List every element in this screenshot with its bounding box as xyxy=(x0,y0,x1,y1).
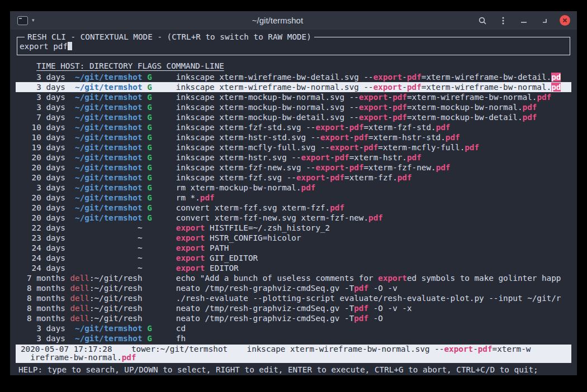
row-time: 3 days xyxy=(27,82,65,92)
row-host-directory: ~/git/termshot xyxy=(70,213,142,223)
row-flags: G xyxy=(147,333,171,343)
row-time: 20 days xyxy=(27,173,65,183)
history-row[interactable]: 20 days~/git/termshotGconvert xterm-fzf.… xyxy=(16,203,571,213)
row-time: 19 days xyxy=(27,142,65,152)
row-command: inkscape xterm-mockup-bw-normal.svg --ex… xyxy=(176,92,571,102)
row-host-directory: ~/git/termshot xyxy=(70,162,142,173)
history-row[interactable]: 22 days~export HISTFILE=~/.zsh_history_2 xyxy=(16,223,571,233)
row-host-directory: ~/git/termshot xyxy=(70,173,142,183)
history-row[interactable]: 3 days~/git/termshotGfh xyxy=(16,333,571,343)
row-command: export GIT_EDITOR xyxy=(176,253,571,263)
row-command: inkscape xterm-fzf-std.svg --export-pdf=… xyxy=(176,122,571,132)
row-command: inkscape xterm-mcfly-full.svg --export-p… xyxy=(176,142,571,152)
row-command: inkscape xterm-hstr.svg --export-pdf=xte… xyxy=(176,152,571,162)
row-time: 23 days xyxy=(27,233,65,243)
row-host-directory: dell:~/git/resh xyxy=(70,313,142,323)
history-row[interactable]: 20 days~/git/termshotGconvert xterm-fzf-… xyxy=(16,213,571,223)
history-row[interactable]: 3 days~/git/termshotGinkscape xterm-wire… xyxy=(16,72,571,82)
history-row[interactable]: 23 days~export HSTR_CONFIG=hicolor xyxy=(16,233,571,243)
row-flags: G xyxy=(147,323,171,333)
row-host-directory: ~/git/termshot xyxy=(70,132,142,142)
history-row[interactable]: 19 days~/git/termshotGinkscape xterm-mcf… xyxy=(16,142,571,152)
row-host-directory: ~/git/termshot xyxy=(70,323,142,333)
row-command: ./resh-evaluate --plotting-script evalua… xyxy=(176,293,571,303)
row-flags: G xyxy=(147,173,171,183)
search-box-title: RESH CLI - CONTEXTUAL MODE - (CTRL+R to … xyxy=(25,32,314,42)
history-row[interactable]: 8 monthsdell:~/git/reshneato /tmp/resh-g… xyxy=(16,313,571,323)
row-time: 3 days xyxy=(27,72,65,82)
row-time: 3 days xyxy=(27,333,65,343)
row-time: 7 months xyxy=(27,273,65,283)
app-menu-button[interactable] xyxy=(17,15,28,26)
history-row[interactable]: 7 days~/git/termshotGinkscape xterm-mock… xyxy=(16,112,571,122)
search-box[interactable]: RESH CLI - CONTEXTUAL MODE - (CTRL+R to … xyxy=(17,37,570,55)
row-host-directory: ~ xyxy=(70,253,142,263)
row-command: inkscape xterm-hstr-std.svg --export-pdf… xyxy=(176,132,571,142)
row-time: 24 days xyxy=(27,243,65,253)
row-time: 8 months xyxy=(27,313,65,323)
history-row[interactable]: 3 days~/git/termshotGinkscape xterm-mock… xyxy=(16,102,571,112)
row-host-directory: dell:~/git/resh xyxy=(70,303,142,313)
help-bar: HELP: type to search, UP/DOWN to select,… xyxy=(18,365,577,375)
history-row[interactable]: 24 days~export PATH xyxy=(16,243,571,253)
row-host-directory: ~/git/termshot xyxy=(70,112,142,122)
status-line-2: ireframe-bw-normal.pdf xyxy=(21,353,571,362)
history-row-selected[interactable]: 3 days~/git/termshotGinkscape xterm-wire… xyxy=(16,82,571,92)
row-command: inkscape xterm-fzf-new.svg --export-pdf=… xyxy=(176,162,571,173)
close-button[interactable] xyxy=(560,15,570,26)
row-host-directory: ~/git/termshot xyxy=(70,122,142,132)
row-flags xyxy=(147,293,171,303)
row-flags: G xyxy=(147,183,171,193)
row-command: echo "Add a bunch of useless comments fo… xyxy=(176,273,571,283)
history-row[interactable]: 3 days~/git/termshotGinkscape xterm-mock… xyxy=(16,92,571,102)
history-row[interactable]: 24 days~export EDITOR xyxy=(16,263,571,273)
text-cursor-block xyxy=(68,42,72,50)
history-row[interactable]: 8 monthsdell:~/git/resh./resh-evaluate -… xyxy=(16,293,571,303)
history-row[interactable]: 7 monthsdell:~/git/reshecho "Add a bunch… xyxy=(16,273,571,283)
maximize-button[interactable] xyxy=(539,15,550,26)
row-flags: G xyxy=(147,152,171,162)
row-time: 20 days xyxy=(27,203,65,213)
row-flags: G xyxy=(147,132,171,142)
row-flags: G xyxy=(147,72,171,82)
dropdown-caret-icon[interactable]: ▾ xyxy=(32,18,35,23)
row-host-directory: ~ xyxy=(70,223,142,233)
history-row[interactable]: 10 days~/git/termshotGinkscape xterm-hst… xyxy=(16,132,571,142)
row-host-directory: dell:~/git/resh xyxy=(70,283,142,293)
row-flags: G xyxy=(147,213,171,223)
row-time: 3 days xyxy=(27,323,65,333)
history-row[interactable]: 3 days~/git/termshotGcd xyxy=(16,323,571,333)
history-row[interactable]: 20 days~/git/termshotGinkscape xterm-hst… xyxy=(16,152,571,162)
row-time: 7 days xyxy=(27,112,65,122)
minimize-button[interactable] xyxy=(518,15,529,26)
row-host-directory: ~/git/termshot xyxy=(70,82,142,92)
row-flags xyxy=(147,303,171,313)
history-row[interactable]: 8 monthsdell:~/git/reshneato /tmp/resh-g… xyxy=(16,303,571,313)
row-flags: G xyxy=(147,193,171,203)
history-row[interactable]: 10 days~/git/termshotGinkscape xterm-fzf… xyxy=(16,122,571,132)
history-row[interactable]: 20 days~/git/termshotGinkscape xterm-fzf… xyxy=(16,162,571,173)
row-time: 8 months xyxy=(27,303,65,313)
row-host-directory: ~/git/termshot xyxy=(70,92,142,102)
row-host-directory: ~ xyxy=(70,233,142,243)
row-time: 20 days xyxy=(27,193,65,203)
terminal-app-icon xyxy=(17,16,28,25)
history-row[interactable]: 8 monthsdell:~/git/reshneato /tmp/resh-g… xyxy=(16,283,571,293)
row-flags: G xyxy=(147,112,171,122)
row-command: inkscape xterm-mockup-bw-detail.svg --ex… xyxy=(176,112,571,122)
row-flags xyxy=(147,283,171,293)
history-row[interactable]: 24 days~export GIT_EDITOR xyxy=(16,253,571,263)
history-row[interactable]: 20 days~/git/termshotGrm *.pdf xyxy=(16,193,571,203)
row-host-directory: ~/git/termshot xyxy=(70,152,142,162)
search-icon[interactable] xyxy=(477,15,488,26)
menu-kebab-icon[interactable] xyxy=(498,15,509,26)
history-row[interactable]: 3 days~/git/termshotGrm xterm-mockup-bw-… xyxy=(16,183,571,193)
row-time: 20 days xyxy=(27,162,65,173)
row-time: 3 days xyxy=(27,102,65,112)
row-flags: G xyxy=(147,102,171,112)
row-time: 10 days xyxy=(27,132,65,142)
row-host-directory: ~/git/termshot xyxy=(70,142,142,152)
history-rows: 3 days~/git/termshotGinkscape xterm-wire… xyxy=(16,72,571,343)
row-command: neato /tmp/resh-graphviz-cmdSeq.gv -Tpdf… xyxy=(176,313,571,323)
history-row[interactable]: 20 days~/git/termshotGinkscape xterm-fzf… xyxy=(16,173,571,183)
